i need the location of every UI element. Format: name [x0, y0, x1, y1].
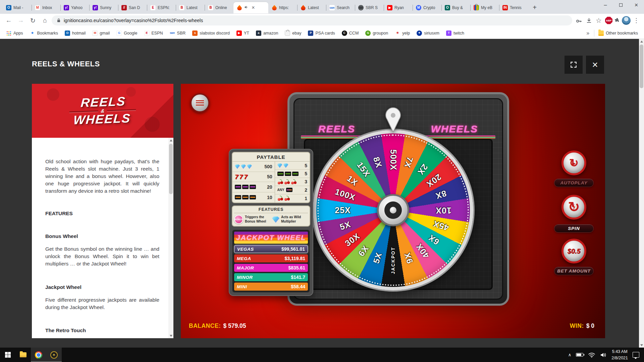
bookmark-yt[interactable]: ▶YT	[234, 29, 252, 37]
bookmark-star-icon[interactable]: ☆	[596, 16, 602, 24]
download-icon[interactable]	[586, 17, 592, 24]
address-bar[interactable]: ignitioncasino.eu/casino?overlay=casino%…	[52, 15, 572, 25]
extensions-puzzle-icon[interactable]	[614, 17, 621, 24]
bookmark-amazon[interactable]: aamazon	[253, 29, 281, 37]
balance-value: $ 579.05	[223, 322, 246, 329]
tab-my-eb[interactable]: My eB	[470, 2, 499, 13]
bookmark-ebay[interactable]: ebay	[282, 29, 304, 37]
paytable-main: PAYTABLE 500777502010 553ANY21	[232, 152, 310, 203]
close-game-button[interactable]: ×	[586, 56, 604, 74]
tab-sbr-s[interactable]: SBR S	[355, 2, 384, 13]
seven-symbol-icon: 7	[239, 174, 243, 180]
tab-https-[interactable]: https:	[268, 2, 297, 13]
maximize-button[interactable]	[613, 0, 629, 10]
file-explorer-button[interactable]	[15, 348, 31, 362]
close-window-button[interactable]: ×	[629, 0, 644, 10]
page-scroll-down[interactable]	[639, 343, 644, 348]
spin-button[interactable]: ↻	[561, 195, 586, 220]
tab-crypto[interactable]: MCrypto	[413, 2, 441, 13]
tab-ryan[interactable]: ▶Ryan	[384, 2, 413, 13]
tab-ignition-active[interactable]: ×	[233, 2, 268, 13]
bookmark-yelp[interactable]: ✳yelp	[392, 29, 413, 37]
forward-button[interactable]: →	[15, 15, 26, 26]
tab-tennis[interactable]: INTennis	[499, 2, 528, 13]
bet-amount-button[interactable]: $0.5	[561, 239, 586, 263]
wifi-icon[interactable]	[588, 352, 595, 358]
minimize-button[interactable]: –	[598, 0, 613, 10]
key-icon[interactable]	[576, 17, 582, 24]
bookmark-groupon[interactable]: Ggroupon	[363, 29, 391, 37]
bag-icon	[474, 5, 479, 10]
clock[interactable]: 5:43 AM 2/8/2021	[611, 349, 628, 361]
page-scroll-up[interactable]	[639, 39, 644, 44]
bookmark-apps[interactable]: Apps	[3, 29, 26, 37]
bookmark-ccm[interactable]: CCCM	[339, 29, 361, 37]
bookmark-psa-cards[interactable]: PPSA cards	[305, 29, 337, 37]
espn-icon: E	[150, 5, 156, 10]
page-content: REELS & WHEELS × REELS & WHEELS Old scho…	[0, 39, 644, 348]
bookmark-label: YT	[244, 31, 249, 36]
panel-scroll-thumb[interactable]	[169, 144, 173, 194]
casino-app-button[interactable]: R	[46, 348, 62, 362]
bookmark-gmail[interactable]: Mgmail	[90, 29, 112, 37]
tab-mail-[interactable]: OMail -	[3, 2, 32, 13]
tab-buy-[interactable]: OBuy &	[441, 2, 470, 13]
action-center-icon[interactable]	[633, 352, 639, 358]
other-bookmarks-button[interactable]: Other bookmarks	[596, 29, 641, 37]
wheel-segment-label: 20X	[425, 172, 443, 189]
battery-icon[interactable]	[576, 353, 583, 357]
bet-amount-label[interactable]: BET AMOUNT	[554, 267, 594, 275]
bookmark-label: siriusxm	[424, 31, 439, 36]
bookmarks-overflow-chevron[interactable]: »	[583, 30, 593, 36]
bookmark-sbr[interactable]: SBRSBR	[167, 29, 189, 37]
ccm-icon: C	[342, 31, 347, 36]
system-tray: ∧ 5:43 AM 2/8/2021	[568, 349, 644, 361]
tab-espn-[interactable]: EESPN:	[147, 2, 176, 13]
bar-symbol-icon	[235, 185, 241, 189]
fullscreen-button[interactable]	[565, 56, 583, 74]
bar-symbol-icon	[277, 172, 284, 176]
panel-scroll-down[interactable]	[168, 333, 173, 338]
bookmark-google[interactable]: GGoogle	[114, 29, 140, 37]
chrome-taskbar-button[interactable]	[31, 348, 46, 362]
paytable-value: 50	[267, 174, 272, 179]
bookmark-twitch[interactable]: Ttwitch	[443, 29, 467, 37]
game-menu-button[interactable]	[190, 93, 210, 113]
profile-avatar[interactable]	[622, 16, 631, 25]
tab-latest[interactable]: Latest	[297, 2, 326, 13]
tab-inbox[interactable]: MInbox	[32, 2, 60, 13]
tab-yahoo[interactable]: y!Yahoo	[60, 2, 89, 13]
tab-online[interactable]: BOnline	[205, 2, 233, 13]
bookmark-slabstox-discord[interactable]: sslabstox discord	[190, 29, 232, 37]
autoplay-button[interactable]: ↻▶	[561, 150, 586, 175]
tab-close-icon[interactable]: ×	[251, 5, 256, 11]
tab-sunny[interactable]: y!Sunny	[89, 2, 118, 13]
panel-scroll-up[interactable]	[168, 138, 173, 143]
cherry-symbol-icon	[284, 196, 290, 201]
adblock-extension-icon[interactable]: ABP	[605, 17, 612, 24]
back-button[interactable]: ←	[3, 15, 14, 26]
page-scroll-thumb[interactable]	[640, 45, 643, 88]
twitch-icon: T	[446, 31, 451, 36]
wheel-segment-label: 1X	[345, 174, 360, 188]
autoplay-label[interactable]: AUTOPLAY	[554, 179, 594, 187]
spin-label[interactable]: SPIN	[554, 224, 594, 233]
start-button[interactable]	[0, 348, 15, 362]
bookmark-siriusxm[interactable]: ✦siriusxm	[414, 29, 442, 37]
tray-chevron-icon[interactable]: ∧	[568, 352, 572, 357]
reload-button[interactable]: ↻	[28, 15, 38, 26]
tab-san-d[interactable]: //San D	[118, 2, 147, 13]
home-button[interactable]: ⌂	[40, 15, 50, 26]
casino-app-icon: R	[50, 351, 58, 359]
tab-search[interactable]: SBRSearch	[326, 2, 355, 13]
new-tab-button[interactable]: +	[530, 3, 539, 12]
sxm-icon: ✦	[417, 31, 422, 36]
bookmark-espn[interactable]: EESPN	[142, 29, 166, 37]
bookmark-label: PSA cards	[315, 31, 335, 36]
jackpot-name: VEGAS	[237, 247, 254, 252]
bookmark-hotmail[interactable]: Ohotmail	[62, 29, 88, 37]
browser-menu-icon[interactable]: ⋮	[632, 17, 641, 24]
bookmark-bookmarks[interactable]: ★Bookmarks	[27, 29, 61, 37]
tab-latest[interactable]: BLatest	[176, 2, 205, 13]
speaker-icon[interactable]	[600, 352, 607, 358]
